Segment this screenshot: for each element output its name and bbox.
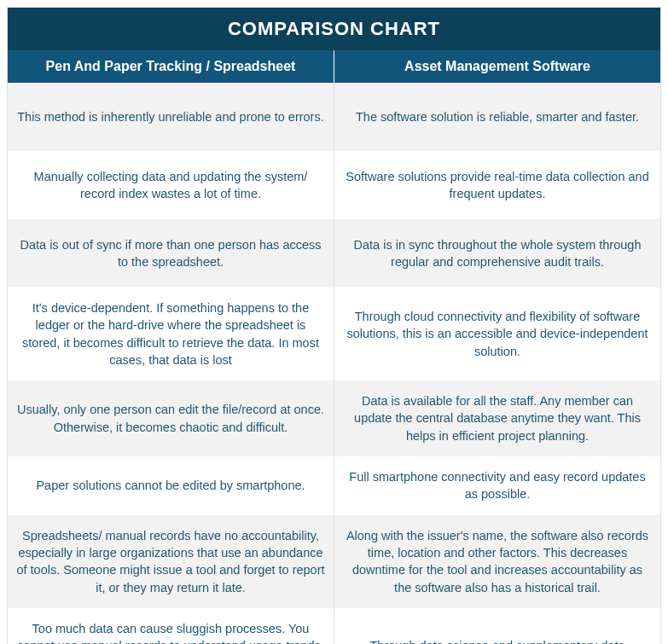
header-row: Pen And Paper Tracking / Spreadsheet Ass… <box>8 50 660 83</box>
cell-left: Manually collecting data and updating th… <box>8 151 334 219</box>
cell-left: Paper solutions cannot be edited by smar… <box>8 456 334 515</box>
chart-title: COMPARISON CHART <box>8 8 660 50</box>
header-left: Pen And Paper Tracking / Spreadsheet <box>8 50 334 83</box>
table-row: Usually, only one person can edit the fi… <box>8 380 660 456</box>
cell-left: Spreadsheets/ manual records have no acc… <box>8 515 334 608</box>
cell-left: It's device-dependent. If something happ… <box>8 287 334 380</box>
table-row: Manually collecting data and updating th… <box>8 151 660 219</box>
cell-right: Software solutions provide real-time dat… <box>334 151 660 219</box>
header-right: Asset Management Software <box>334 50 660 83</box>
cell-left: Data is out of sync if more than one per… <box>8 219 334 287</box>
table-row: Too much data can cause sluggish process… <box>8 608 660 644</box>
cell-left: Usually, only one person can edit the fi… <box>8 380 334 456</box>
cell-right: Along with the issuer's name, the softwa… <box>334 515 660 608</box>
cell-right: Through cloud connectivity and flexibili… <box>334 287 660 380</box>
cell-right: The software solution is reliable, smart… <box>334 83 660 151</box>
table-row: This method is inherently unreliable and… <box>8 83 660 151</box>
cell-right: Full smartphone connectivity and easy re… <box>334 456 660 515</box>
cell-right: Data is available for all the staff. Any… <box>334 380 660 456</box>
table-row: Data is out of sync if more than one per… <box>8 219 660 287</box>
cell-left: This method is inherently unreliable and… <box>8 83 334 151</box>
table-row: Paper solutions cannot be edited by smar… <box>8 456 660 515</box>
table-row: It's device-dependent. If something happ… <box>8 287 660 380</box>
cell-right: Data is in sync throughout the whole sys… <box>334 219 660 287</box>
cell-left: Too much data can cause sluggish process… <box>8 608 334 644</box>
chart-body: This method is inherently unreliable and… <box>8 83 660 644</box>
comparison-chart: COMPARISON CHART Pen And Paper Tracking … <box>7 7 661 644</box>
table-row: Spreadsheets/ manual records have no acc… <box>8 515 660 608</box>
cell-right: Through data science and supplementary d… <box>334 608 660 644</box>
